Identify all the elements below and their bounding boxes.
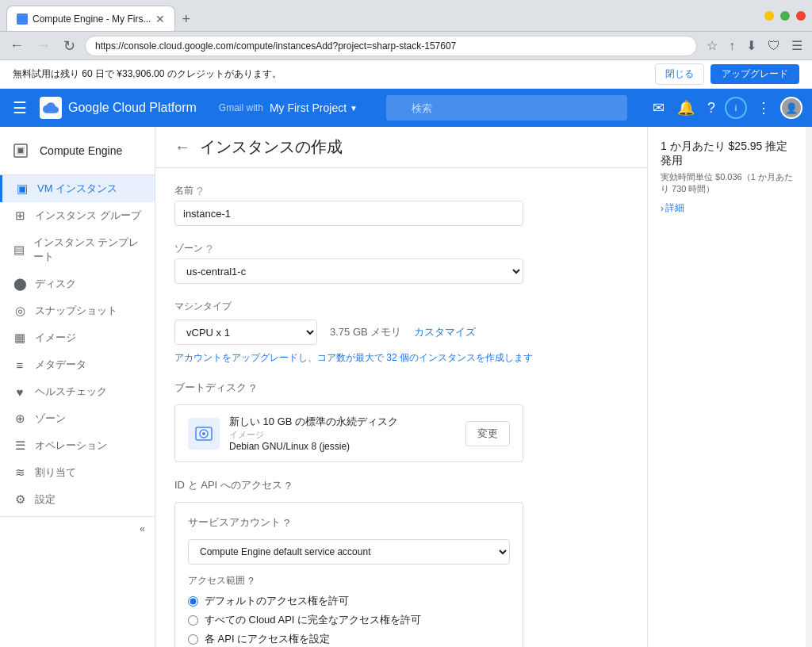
sidebar-item-instance-groups[interactable]: ⊞ インスタンス グループ xyxy=(0,202,155,229)
hamburger-menu-button[interactable]: ☰ xyxy=(10,95,30,121)
user-avatar[interactable]: 👤 xyxy=(780,97,802,119)
sidebar-item-metadata[interactable]: ≡ メタデータ xyxy=(0,351,155,378)
email-icon[interactable]: ✉ xyxy=(649,96,668,120)
zone-field-group: ゾーン ? us-central1-c xyxy=(174,242,628,284)
access-option-0: デフォルトのアクセス権を許可 xyxy=(188,594,510,608)
customize-link[interactable]: カスタマイズ xyxy=(414,325,476,339)
upgrade-notice[interactable]: アカウントをアップグレードし、コア数が最大で 32 個のインスタンスを作成します xyxy=(174,351,628,365)
access-option-1: すべての Cloud API に完全なアクセス権を許可 xyxy=(188,613,510,627)
sidebar-item-snapshots[interactable]: ◎ スナップショット xyxy=(0,297,155,324)
zone-select[interactable]: us-central1-c xyxy=(174,258,523,284)
sidebar-item-instance-templates[interactable]: ▤ インスタンス テンプレート xyxy=(0,229,155,270)
api-access-box: サービスアカウント ? Compute Engine default servi… xyxy=(174,502,523,647)
api-help-icon[interactable]: ? xyxy=(285,480,291,492)
project-selector[interactable]: Gmail with My First Project ▼ xyxy=(213,98,364,117)
machine-memory: 3.75 GB メモリ xyxy=(330,325,401,339)
notifications-icon[interactable]: 🔔 xyxy=(674,96,698,120)
search-bar xyxy=(386,95,627,121)
service-account-select[interactable]: Compute Engine default service account xyxy=(188,539,510,565)
nav-icons: ✉ 🔔 ? i ⋮ 👤 xyxy=(649,96,802,120)
menu-icon[interactable]: ☰ xyxy=(788,36,806,55)
search-input[interactable] xyxy=(386,95,627,121)
sidebar-item-images[interactable]: ▦ イメージ xyxy=(0,324,155,351)
access-scope-help-icon[interactable]: ? xyxy=(248,576,254,587)
chevron-down-icon: › xyxy=(661,203,664,214)
boot-disk-help-icon[interactable]: ? xyxy=(250,382,255,394)
sidebar-item-settings[interactable]: ⚙ 設定 xyxy=(0,486,155,513)
scrollbar[interactable] xyxy=(806,127,812,647)
maximize-button[interactable] xyxy=(780,11,790,21)
cost-detail-link[interactable]: › 詳細 xyxy=(661,201,793,215)
zone-help-icon[interactable]: ? xyxy=(206,243,213,255)
more-options-icon[interactable]: ⋮ xyxy=(753,96,774,120)
forward-nav-button[interactable]: → xyxy=(33,36,54,56)
quotas-icon: ≋ xyxy=(13,465,27,480)
window-controls xyxy=(764,11,806,21)
tab-bar: Compute Engine - My Firs... ✕ + xyxy=(6,0,197,31)
top-navigation: ☰ Google Cloud Platform Gmail with My Fi… xyxy=(0,89,812,127)
disk-image-name: Debian GNU/Linux 8 (jessie) xyxy=(229,441,456,452)
machine-type-label: マシンタイプ xyxy=(174,300,628,313)
sidebar-item-settings-label: 設定 xyxy=(35,492,56,507)
sidebar-item-metadata-label: メタデータ xyxy=(35,358,86,372)
api-access-field-group: ID と API へのアクセス ? サービスアカウント ? Compute En… xyxy=(174,478,628,647)
download-icon[interactable]: ⬇ xyxy=(743,36,760,55)
bookmark-icon[interactable]: ☆ xyxy=(703,36,721,55)
sidebar-item-operations[interactable]: ☰ オペレーション xyxy=(0,432,155,459)
service-account-help-icon[interactable]: ? xyxy=(284,517,289,529)
sidebar-item-health-checks-label: ヘルスチェック xyxy=(35,385,107,399)
close-window-button[interactable] xyxy=(796,11,806,21)
sidebar-item-zones-label: ゾーン xyxy=(35,412,66,426)
machine-type-select[interactable]: vCPU x 1 xyxy=(174,320,317,345)
operations-icon: ☰ xyxy=(13,438,27,453)
page-title: インスタンスの作成 xyxy=(200,136,343,158)
zone-label: ゾーン ? xyxy=(174,242,628,255)
metadata-icon: ≡ xyxy=(13,358,27,372)
collapse-icon: « xyxy=(140,523,145,534)
access-radio-0[interactable] xyxy=(188,596,198,607)
tab-close-button[interactable]: ✕ xyxy=(155,13,165,25)
active-tab[interactable]: Compute Engine - My Firs... ✕ xyxy=(6,6,175,31)
sidebar-item-disk[interactable]: ⬤ ディスク xyxy=(0,270,155,297)
boot-disk-title: ブートディスク ? xyxy=(174,381,628,395)
machine-type-row: vCPU x 1 3.75 GB メモリ カスタマイズ xyxy=(174,320,628,345)
account-icon[interactable]: ↑ xyxy=(726,37,738,55)
back-nav-button[interactable]: ← xyxy=(6,36,27,56)
change-disk-button[interactable]: 変更 xyxy=(465,421,510,446)
service-account-title: サービスアカウント ? xyxy=(188,515,510,530)
close-notification-button[interactable]: 閉じる xyxy=(655,63,704,85)
back-button[interactable]: ← xyxy=(174,138,190,156)
sidebar-item-snapshots-label: スナップショット xyxy=(35,304,117,318)
notification-bar: 無料試用は残り 60 日で ¥33,906.00 のクレジットがあります。 閉じ… xyxy=(0,60,812,89)
sidebar-item-quotas[interactable]: ≋ 割り当て xyxy=(0,459,155,486)
reload-button[interactable]: ↻ xyxy=(60,36,79,56)
sidebar-collapse-button[interactable]: « xyxy=(0,516,155,541)
minimize-button[interactable] xyxy=(764,11,774,21)
disk-visual-icon xyxy=(188,418,220,450)
sidebar-item-zones[interactable]: ⊕ ゾーン xyxy=(0,405,155,432)
service-account-row: Compute Engine default service account xyxy=(188,539,510,565)
main-layout: Compute Engine ▣ VM インスタンス ⊞ インスタンス グループ… xyxy=(0,127,812,647)
help-icon[interactable]: ? xyxy=(704,97,718,120)
api-access-title: ID と API へのアクセス ? xyxy=(174,478,628,492)
svg-rect-2 xyxy=(18,148,23,153)
sidebar-item-images-label: イメージ xyxy=(35,331,76,345)
sidebar-item-operations-label: オペレーション xyxy=(35,438,107,453)
access-radio-1[interactable] xyxy=(188,615,198,626)
access-radio-2[interactable] xyxy=(188,634,198,645)
avatar[interactable]: i xyxy=(725,97,747,119)
sidebar-item-health-checks[interactable]: ♥ ヘルスチェック xyxy=(0,378,155,405)
address-input[interactable] xyxy=(85,36,697,56)
tab-title: Compute Engine - My Firs... xyxy=(33,13,151,25)
sidebar-item-vm[interactable]: ▣ VM インスタンス xyxy=(0,175,155,202)
vm-icon: ▣ xyxy=(15,182,29,196)
name-help-icon[interactable]: ? xyxy=(197,185,203,197)
boot-disk-box: 新しい 10 GB の標準の永続ディスク イメージ Debian GNU/Lin… xyxy=(174,404,523,462)
new-tab-button[interactable]: + xyxy=(175,8,197,31)
shield-icon[interactable]: 🛡 xyxy=(764,37,783,55)
brand-icon xyxy=(40,97,62,119)
settings-icon: ⚙ xyxy=(13,492,27,507)
name-input[interactable] xyxy=(174,201,523,226)
snapshots-icon: ◎ xyxy=(13,304,27,318)
upgrade-button[interactable]: アップグレード xyxy=(710,64,799,84)
